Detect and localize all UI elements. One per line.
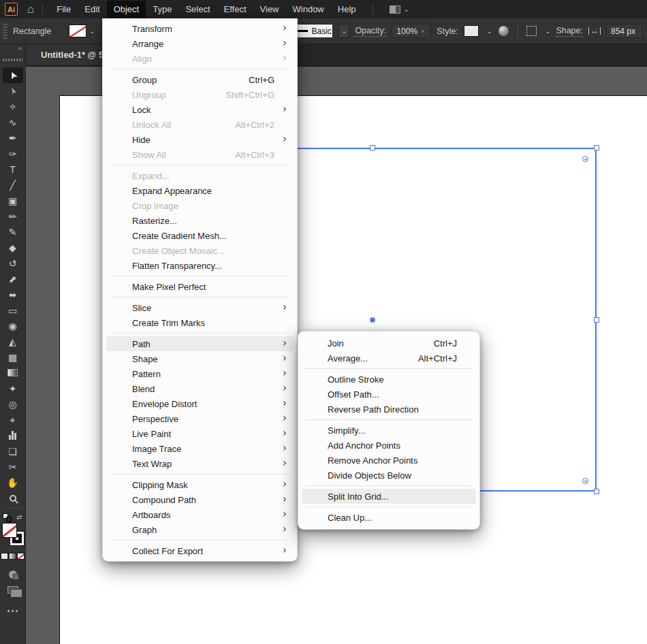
default-fill-stroke-icon[interactable] bbox=[3, 513, 12, 522]
artboard-tool[interactable]: ❏ bbox=[3, 443, 23, 459]
menubar-item-edit[interactable]: Edit bbox=[78, 1, 106, 18]
object-menu-item-graph[interactable]: Graph› bbox=[106, 522, 294, 537]
rotate-tool[interactable]: ↺ bbox=[3, 255, 23, 271]
object-menu-item-artboards[interactable]: Artboards› bbox=[106, 507, 294, 522]
selection-handle-top[interactable] bbox=[370, 145, 375, 150]
paintbrush-tool[interactable]: ✏ bbox=[3, 208, 23, 224]
shape-width-field[interactable]: 854 px bbox=[606, 24, 643, 38]
menubar-item-type[interactable]: Type bbox=[146, 1, 178, 18]
lasso-tool[interactable]: ∿ bbox=[3, 114, 23, 130]
menubar-item-view[interactable]: View bbox=[253, 1, 286, 18]
magic-wand-tool[interactable]: ✧ bbox=[3, 99, 23, 114]
opacity-label[interactable]: Opacity: bbox=[355, 26, 386, 37]
line-segment-tool[interactable]: ╱ bbox=[3, 177, 23, 193]
object-menu-item-make-pixel-perfect[interactable]: Make Pixel Perfect bbox=[106, 279, 294, 294]
object-menu-item-flatten-transparency[interactable]: Flatten Transparency... bbox=[106, 258, 294, 273]
perspective-grid-tool[interactable]: ◭ bbox=[3, 334, 23, 349]
object-menu-item-live-paint[interactable]: Live Paint› bbox=[106, 426, 294, 441]
direct-selection-tool[interactable]: ➢ bbox=[3, 83, 23, 99]
screen-mode-button[interactable] bbox=[3, 582, 23, 598]
path-submenu-item-offset-path[interactable]: Offset Path... bbox=[302, 387, 476, 402]
path-submenu-item-join[interactable]: JoinCtrl+J bbox=[302, 336, 476, 351]
fill-swatch-none[interactable] bbox=[2, 523, 17, 538]
object-menu-item-image-trace[interactable]: Image Trace› bbox=[106, 441, 294, 456]
stroke-profile-dropdown[interactable]: ⌄ bbox=[338, 24, 349, 38]
graphic-style-swatch[interactable] bbox=[464, 25, 479, 37]
mesh-tool[interactable]: ▦ bbox=[3, 349, 23, 365]
gradient-tool[interactable] bbox=[3, 365, 23, 381]
curvature-tool[interactable]: ✑ bbox=[3, 146, 23, 161]
selection-handle-top-right[interactable] bbox=[594, 145, 599, 150]
scale-tool[interactable]: ⬈ bbox=[3, 271, 23, 287]
path-submenu-item-remove-anchor-points[interactable]: Remove Anchor Points bbox=[302, 453, 476, 468]
type-tool[interactable]: T bbox=[3, 161, 23, 177]
object-menu-item-group[interactable]: GroupCtrl+G bbox=[106, 72, 294, 87]
document-setup-globe-icon[interactable] bbox=[498, 25, 509, 37]
object-menu-item-text-wrap[interactable]: Text Wrap› bbox=[106, 456, 294, 471]
object-menu-item-hide[interactable]: Hide› bbox=[106, 132, 294, 147]
object-menu-item-lock[interactable]: Lock› bbox=[106, 102, 294, 117]
drawing-modes-button[interactable] bbox=[3, 566, 23, 582]
eraser-tool[interactable]: ◆ bbox=[3, 240, 23, 255]
width-tool[interactable]: ⬌ bbox=[3, 287, 23, 302]
column-graph-tool[interactable] bbox=[3, 428, 23, 443]
fill-chevron-icon[interactable]: ⌄ bbox=[89, 27, 95, 35]
live-corner-widget-bottom[interactable] bbox=[582, 478, 588, 484]
selection-center-point[interactable] bbox=[370, 317, 375, 322]
selection-handle-bottom-right[interactable] bbox=[594, 489, 599, 494]
style-chevron-icon[interactable]: ⌄ bbox=[487, 27, 492, 35]
dock-grip-dots[interactable] bbox=[3, 59, 22, 61]
object-menu-item-clipping-mask[interactable]: Clipping Mask› bbox=[106, 477, 294, 492]
edit-toolbar-button[interactable] bbox=[3, 603, 23, 619]
menubar-item-object[interactable]: Object bbox=[107, 1, 146, 18]
menubar-item-help[interactable]: Help bbox=[331, 1, 363, 18]
menubar-item-effect[interactable]: Effect bbox=[217, 1, 253, 18]
workspace-switcher[interactable]: ⌄ bbox=[390, 5, 409, 14]
object-menu-item-envelope-distort[interactable]: Envelope Distort› bbox=[106, 396, 294, 411]
path-submenu-item-average[interactable]: Average...Alt+Ctrl+J bbox=[302, 351, 476, 366]
color-button[interactable] bbox=[1, 553, 8, 560]
fill-stroke-control[interactable]: ⇄ bbox=[1, 513, 25, 550]
object-menu-item-slice[interactable]: Slice› bbox=[106, 300, 294, 315]
swap-fill-stroke-icon[interactable]: ⇄ bbox=[16, 513, 22, 521]
pen-tool[interactable]: ✒ bbox=[3, 130, 23, 146]
object-menu-item-arrange[interactable]: Arrange› bbox=[106, 36, 294, 51]
hand-tool[interactable]: ✋ bbox=[3, 474, 23, 490]
path-submenu-item-split-into-grid[interactable]: Split Into Grid... bbox=[302, 489, 476, 504]
symbol-sprayer-tool[interactable]: ⌖ bbox=[3, 412, 23, 428]
object-menu-item-path[interactable]: Path› bbox=[106, 336, 294, 351]
selection-handle-right[interactable] bbox=[594, 317, 599, 323]
path-submenu-item-reverse-path-direction[interactable]: Reverse Path Direction bbox=[302, 402, 476, 417]
home-icon[interactable]: ⌂ bbox=[27, 3, 34, 15]
expand-dock-icon[interactable]: » bbox=[18, 45, 22, 52]
menubar-item-file[interactable]: File bbox=[50, 1, 78, 18]
rectangle-tool[interactable]: ▣ bbox=[3, 193, 23, 208]
shaper-tool[interactable]: ✎ bbox=[3, 224, 23, 240]
object-menu-item-pattern[interactable]: Pattern› bbox=[106, 366, 294, 381]
opacity-chevron-icon[interactable]: › bbox=[422, 27, 424, 35]
zoom-tool[interactable] bbox=[3, 490, 23, 506]
object-menu-item-blend[interactable]: Blend› bbox=[106, 381, 294, 396]
shape-label[interactable]: Shape: bbox=[556, 26, 583, 37]
path-submenu-item-simplify[interactable]: Simplify... bbox=[302, 423, 476, 438]
live-corner-widget-top[interactable] bbox=[582, 156, 588, 162]
gradient-button[interactable] bbox=[9, 553, 16, 560]
object-menu-item-perspective[interactable]: Perspective› bbox=[106, 411, 294, 426]
opacity-field[interactable]: 100% › bbox=[392, 24, 431, 38]
object-menu-item-collect-for-export[interactable]: Collect For Export› bbox=[106, 543, 294, 558]
menubar-item-window[interactable]: Window bbox=[286, 1, 331, 18]
object-menu-item-create-trim-marks[interactable]: Create Trim Marks bbox=[106, 315, 294, 330]
object-menu-item-shape[interactable]: Shape› bbox=[106, 351, 294, 366]
panel-grip-handle[interactable] bbox=[3, 24, 7, 39]
path-submenu-item-add-anchor-points[interactable]: Add Anchor Points bbox=[302, 438, 476, 453]
object-menu-item-compound-path[interactable]: Compound Path› bbox=[106, 492, 294, 507]
eyedropper-tool[interactable]: ✦ bbox=[3, 381, 23, 396]
select-similar-chevron-icon[interactable]: ⌄ bbox=[545, 27, 550, 35]
object-menu-item-transform[interactable]: Transform› bbox=[106, 21, 294, 36]
blend-tool[interactable]: ◎ bbox=[3, 396, 23, 412]
fill-color-swatch[interactable] bbox=[69, 25, 86, 37]
path-submenu-item-outline-stroke[interactable]: Outline Stroke bbox=[302, 372, 476, 387]
select-similar-icon[interactable] bbox=[526, 26, 537, 36]
object-menu-item-expand-appearance[interactable]: Expand Appearance bbox=[106, 183, 294, 198]
selection-tool[interactable]: ➤ bbox=[3, 67, 23, 83]
